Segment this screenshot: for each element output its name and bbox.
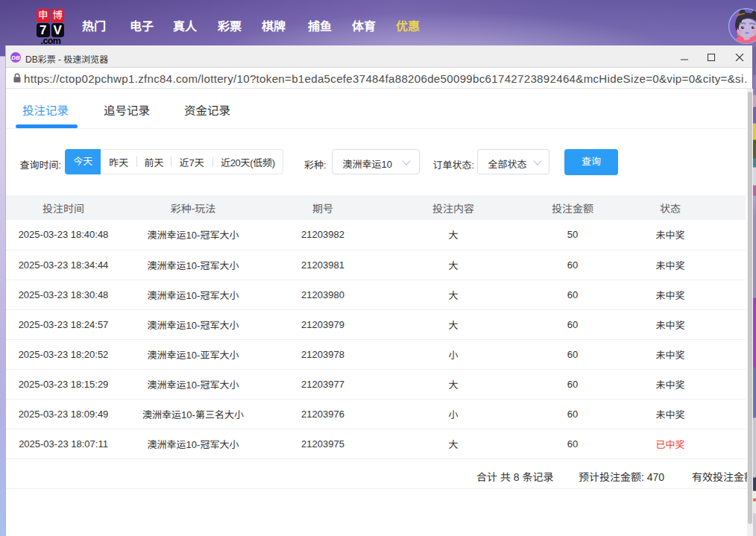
- svg-text:DB: DB: [11, 54, 20, 61]
